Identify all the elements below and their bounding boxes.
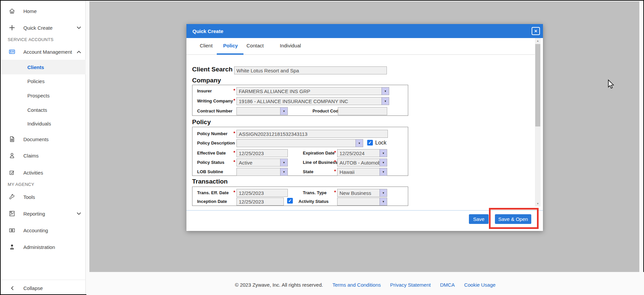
plus-icon (9, 24, 15, 31)
close-icon[interactable]: × (532, 27, 540, 35)
required-marker: * (233, 159, 235, 165)
link-dmca[interactable]: DMCA (440, 282, 455, 288)
sidebar-item-label: Reporting (23, 211, 45, 217)
trans-eff-date-input[interactable] (236, 189, 288, 197)
client-search-input[interactable] (234, 66, 387, 74)
chevron-down-icon[interactable]: ▾ (280, 107, 287, 115)
sidebar-item-clients[interactable]: Clients (1, 60, 86, 74)
tab-contact[interactable]: Contact (246, 43, 264, 48)
contact-card-icon (9, 48, 15, 55)
sidebar-item-policies[interactable]: Policies (1, 74, 86, 88)
tab-policy[interactable]: Policy (223, 43, 238, 48)
sidebar-item-prospects[interactable]: Prospects (1, 88, 86, 103)
contract-number-label: Contract Number (197, 108, 232, 113)
trans-type-label: Trans. Type (303, 190, 327, 195)
line-of-business-dropdown[interactable]: AUTOB - Automob ▾ (337, 159, 387, 167)
page-footer: © 2023 Zywave, Inc. All rights reserved.… (86, 272, 644, 295)
sidebar-item-home[interactable]: Home (1, 4, 86, 18)
sidebar-item-label: Claims (23, 153, 39, 159)
sidebar-item-quick-create[interactable]: Quick Create (1, 20, 86, 35)
policy-description-dropdown[interactable]: ▾ (236, 139, 363, 147)
modal-scrollbar[interactable]: ▲ ▼ (535, 38, 541, 207)
scroll-down-icon[interactable]: ▼ (535, 201, 541, 207)
lock-checkbox-label: Lock (375, 140, 387, 146)
required-marker: * (334, 150, 336, 155)
policy-group-box: Policy Number * Policy Description ▾ ✓ L… (192, 127, 408, 176)
sidebar-item-accounting[interactable]: Accounting (1, 223, 86, 238)
sidebar-item-label: Collapse (23, 285, 43, 291)
checkbox-check-icon (9, 169, 15, 176)
modal-footer: Save Save & Open (186, 207, 543, 231)
product-code-label: Product Code (312, 108, 341, 113)
policy-status-dropdown[interactable]: Active ▾ (236, 159, 288, 167)
banknote-icon (9, 227, 15, 234)
admin-person-icon (9, 244, 15, 250)
chevron-down-icon[interactable]: ▾ (382, 97, 389, 105)
mouse-cursor (608, 79, 614, 91)
scrollbar-thumb[interactable] (535, 44, 540, 126)
product-code-input[interactable] (338, 107, 387, 115)
sidebar-item-label: Account Management (23, 49, 72, 55)
insurer-label: Insurer (197, 88, 212, 93)
person-icon (9, 152, 15, 159)
chevron-down-icon[interactable]: ▾ (280, 168, 287, 176)
tab-individual[interactable]: Individual (280, 43, 301, 48)
chevron-down-icon[interactable]: ▾ (280, 159, 287, 166)
lock-checkbox[interactable]: ✓ (367, 140, 373, 145)
chart-icon (9, 210, 15, 217)
policy-status-label: Policy Status (197, 160, 224, 165)
required-marker: * (233, 190, 235, 195)
insurer-dropdown[interactable]: FARMERS ALLIANCE INS GRP ▾ (236, 87, 389, 95)
link-cookie-usage[interactable]: Cookie Usage (464, 282, 496, 288)
sidebar-item-tools[interactable]: Tools (1, 190, 86, 204)
sidebar-item-label: Contacts (27, 107, 47, 113)
required-marker: * (334, 159, 336, 165)
chevron-down-icon[interactable]: ▾ (380, 159, 387, 166)
modal-header: Quick Create (186, 24, 543, 38)
sidebar-item-activities[interactable]: Activities (1, 165, 86, 180)
document-icon (9, 136, 15, 142)
policy-number-label: Policy Number (197, 131, 227, 136)
trans-type-dropdown[interactable]: New Business ▾ (337, 189, 387, 197)
scroll-up-icon[interactable]: ▲ (535, 38, 541, 44)
expiration-date-dropdown[interactable]: 12/25/2024 ▾ (337, 149, 387, 157)
tab-client[interactable]: Client (200, 43, 212, 48)
link-privacy-statement[interactable]: Privacy Statement (390, 282, 431, 288)
chevron-down-icon[interactable]: ▾ (380, 189, 387, 197)
trans-eff-date-label: Trans. Eff. Date (197, 190, 229, 195)
inception-date-checkbox[interactable]: ✓ (287, 198, 293, 204)
policy-number-input[interactable] (236, 130, 388, 138)
chevron-down-icon[interactable]: ▾ (382, 87, 389, 95)
contract-number-dropdown[interactable]: ▾ (236, 107, 288, 115)
state-dropdown[interactable]: Hawaii ▾ (337, 168, 387, 176)
company-group-box: Insurer * FARMERS ALLIANCE INS GRP ▾ Wri… (192, 85, 408, 116)
annotation-highlight-box (489, 208, 539, 229)
sidebar-item-documents[interactable]: Documents (1, 132, 86, 146)
sidebar-divider (1, 280, 86, 280)
sidebar-collapse-button[interactable]: Collapse (1, 281, 86, 295)
effective-date-label: Effective Date (197, 151, 226, 156)
effective-date-input[interactable] (236, 149, 288, 157)
link-terms-and-conditions[interactable]: Terms and Conditions (333, 282, 381, 288)
state-label: State (303, 169, 313, 174)
sidebar-item-account-management[interactable]: Account Management (1, 44, 86, 59)
sidebar-item-individuals[interactable]: Individuals (1, 116, 86, 131)
chevron-down-icon[interactable]: ▾ (380, 198, 387, 205)
chevron-down-icon[interactable]: ▾ (380, 150, 387, 157)
writing-company-dropdown[interactable]: 19186 - ALLIANCE INSURANCE COMPANY INC ▾ (236, 97, 389, 105)
transaction-section-title: Transaction (192, 178, 228, 185)
save-button[interactable]: Save (469, 214, 489, 224)
sidebar-item-contacts[interactable]: Contacts (1, 102, 86, 117)
sidebar-item-reporting[interactable]: Reporting (1, 206, 86, 221)
inception-date-input[interactable] (236, 198, 284, 206)
sidebar-item-label: Accounting (23, 228, 48, 233)
sidebar-item-label: Prospects (27, 93, 50, 98)
chevron-down-icon[interactable]: ▾ (356, 139, 363, 147)
transaction-group-box: Trans. Eff. Date * Trans. Type * New Bus… (192, 187, 408, 206)
modal-title: Quick Create (192, 28, 223, 34)
sidebar-item-administration[interactable]: Administration (1, 240, 86, 254)
lob-subline-dropdown[interactable]: ▾ (236, 168, 288, 176)
chevron-down-icon[interactable]: ▾ (380, 168, 387, 176)
activity-status-dropdown[interactable]: ▾ (337, 198, 387, 206)
sidebar-item-claims[interactable]: Claims (1, 148, 86, 163)
